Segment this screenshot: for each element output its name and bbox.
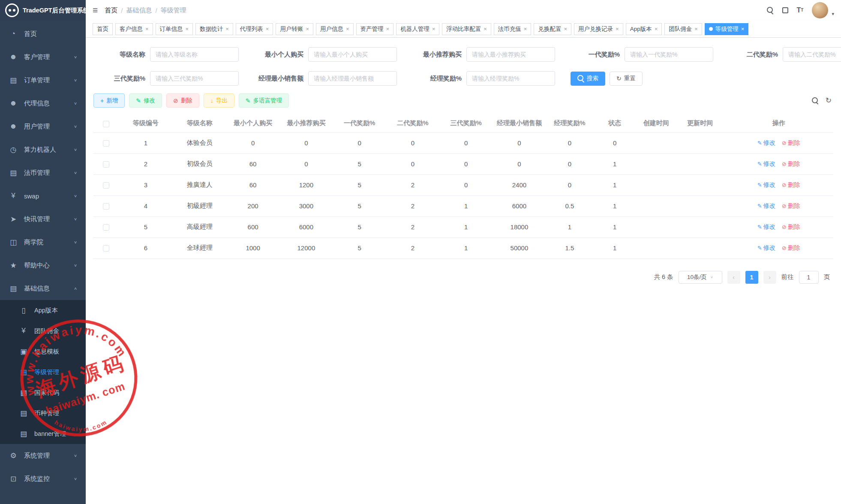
sidebar-item[interactable]: ▤ 法币管理 ∨ [0,161,86,184]
add-button[interactable]: + 新增 [93,93,125,108]
view-tab[interactable]: App版本 × [626,23,662,35]
delete-row-button[interactable]: ⊘ 删除 [782,244,800,252]
search-button[interactable]: 搜索 [571,72,605,86]
sidebar-subitem[interactable]: ▤ 币种管理 [0,403,86,423]
row-checkbox[interactable] [103,161,109,168]
sidebar-item[interactable]: ¥ swap ∨ [0,184,86,207]
tab-close-icon[interactable]: × [616,26,619,32]
filter-input[interactable] [783,47,841,62]
sidebar-item[interactable]: ☻ 代理信息 ∨ [0,92,86,115]
view-tab[interactable]: 法币充值 × [494,23,532,35]
delete-row-button[interactable]: ⊘ 删除 [782,181,800,189]
view-tab[interactable]: 客户信息 × [115,23,153,35]
refresh-icon[interactable]: ↻ [826,96,832,105]
filter-input[interactable] [150,71,239,86]
tab-close-icon[interactable]: × [346,26,349,32]
row-checkbox[interactable] [103,140,109,147]
edit-row-button[interactable]: ✎ 修改 [757,139,776,147]
row-checkbox[interactable] [103,182,109,189]
tab-close-icon[interactable]: × [655,26,658,32]
sidebar-subitem[interactable]: ▤ 等级管理 [0,362,86,382]
row-checkbox[interactable] [103,224,109,231]
sidebar-item[interactable]: ◫ 商学院 ∨ [0,231,86,254]
view-tab[interactable]: 等级管理 × [705,23,749,35]
sidebar-subitem[interactable]: ▤ banner管理 [0,423,86,444]
tab-close-icon[interactable]: × [694,26,698,32]
tab-close-icon[interactable]: × [564,26,567,32]
sidebar-subitem[interactable]: ¥ 团队佣金 [0,321,86,341]
sidebar-item[interactable]: ➤ 快讯管理 ∨ [0,207,86,231]
multilang-button[interactable]: ✎ 多语言管理 [239,93,289,108]
view-tab[interactable]: 代理列表 × [236,23,273,35]
reset-button[interactable]: ↻ 重置 [610,72,643,86]
export-button[interactable]: ↓ 导出 [204,93,234,108]
edit-row-button[interactable]: ✎ 修改 [757,202,776,210]
caret-down-icon[interactable]: ▾ [832,11,834,17]
tab-close-icon[interactable]: × [524,26,527,32]
edit-row-button[interactable]: ✎ 修改 [757,223,776,231]
breadcrumb-item[interactable]: 基础信息 / [126,6,157,15]
view-tab[interactable]: 用户兑换记录 × [574,23,623,35]
sidebar-subitem[interactable]: ▦ 国家代码 [0,382,86,403]
delete-row-button[interactable]: ⊘ 删除 [782,223,800,231]
sidebar-item[interactable]: ⚙ 系统管理 ∨ [0,444,86,467]
toggle-search-icon[interactable] [812,97,819,104]
search-icon[interactable] [767,7,774,14]
view-tab[interactable]: 用户转账 × [276,23,313,35]
view-tab[interactable]: 首页 × [93,23,113,35]
page-size-select[interactable]: 10条/页 ∨ [679,271,722,284]
filter-input[interactable] [625,47,713,62]
tab-close-icon[interactable]: × [741,26,745,32]
current-page-button[interactable]: 1 [745,271,758,284]
view-tab[interactable]: 浮动比率配置 × [442,23,491,35]
row-checkbox[interactable] [103,203,109,210]
breadcrumb-item[interactable]: 首页 / [105,6,123,15]
sidebar-toggle-icon[interactable]: ≡ [93,5,98,15]
view-tab[interactable]: 订单信息 × [156,23,193,35]
breadcrumb-item[interactable]: 等级管理 [161,6,190,15]
edit-button[interactable]: ✎ 修改 [129,93,162,108]
next-page-button[interactable]: › [763,271,776,284]
tab-close-icon[interactable]: × [432,26,436,32]
sidebar-item[interactable]: ★ 帮助中心 ∨ [0,254,86,277]
tab-close-icon[interactable]: × [306,26,309,32]
sidebar-item[interactable]: ⊡ 系统监控 ∨ [0,467,86,490]
filter-input[interactable] [308,71,397,86]
delete-button[interactable]: ⊘ 删除 [166,93,199,108]
tab-close-icon[interactable]: × [484,26,487,32]
sidebar-item[interactable]: ◷ 算力机器人 ∨ [0,138,86,161]
sidebar-subitem[interactable]: ▯ App版本 [0,300,86,321]
edit-row-button[interactable]: ✎ 修改 [757,160,776,168]
sidebar-item[interactable]: ☻ 用户管理 ∨ [0,115,86,138]
sidebar-subitem[interactable]: ▣ 短息模板 [0,341,86,362]
filter-input[interactable] [466,47,555,62]
view-tab[interactable]: 资产管理 × [356,23,394,35]
tab-close-icon[interactable]: × [266,26,269,32]
view-tab[interactable]: 兑换配置 × [534,23,571,35]
edit-row-button[interactable]: ✎ 修改 [757,181,776,189]
row-checkbox[interactable] [103,245,109,252]
filter-input[interactable] [150,47,239,62]
fullscreen-icon[interactable] [782,7,788,13]
prev-page-button[interactable]: ‹ [727,271,740,284]
filter-input[interactable] [308,47,397,62]
delete-row-button[interactable]: ⊘ 删除 [782,160,800,168]
sidebar-item[interactable]: ◔ 首页 [0,22,86,45]
select-all-checkbox[interactable] [103,121,109,127]
tab-close-icon[interactable]: × [225,26,229,32]
view-tab[interactable]: 数据统计 × [195,23,233,35]
user-avatar[interactable] [812,2,828,18]
goto-page-input[interactable] [799,271,819,284]
delete-row-button[interactable]: ⊘ 删除 [782,202,800,210]
sidebar-item[interactable]: ▤ 订单管理 ∨ [0,69,86,92]
view-tab[interactable]: 用户信息 × [316,23,354,35]
delete-row-button[interactable]: ⊘ 删除 [782,139,800,147]
edit-row-button[interactable]: ✎ 修改 [757,244,776,252]
sidebar-item[interactable]: ☻ 客户管理 ∨ [0,45,86,69]
tab-close-icon[interactable]: × [145,26,149,32]
sidebar-item[interactable]: ▤ 基础信息 ∧ [0,277,86,300]
tab-close-icon[interactable]: × [186,26,189,32]
font-size-icon[interactable] [797,7,804,14]
view-tab[interactable]: 机器人管理 × [396,23,439,35]
tab-close-icon[interactable]: × [386,26,390,32]
